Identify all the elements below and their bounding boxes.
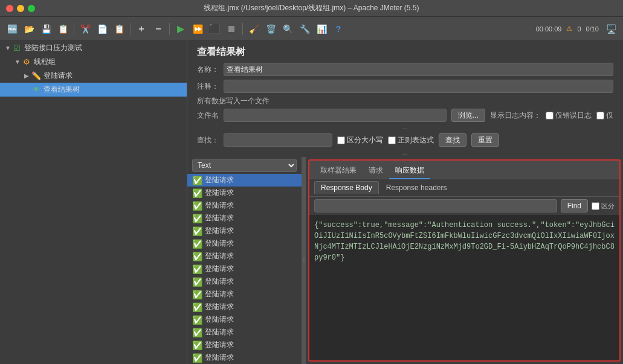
warning-icon: ⚠ <box>566 25 572 33</box>
test-plan-label: 登陆接口压力测试 <box>24 43 82 53</box>
list-item-label: 登陆请求 <box>205 213 234 223</box>
browse-button[interactable]: 浏览... <box>451 109 485 122</box>
sidebar-item-thread-group[interactable]: ▼ ⚙ 线程组 <box>0 55 187 69</box>
tab-request[interactable]: 请求 <box>363 163 389 179</box>
response-search-input[interactable] <box>314 199 557 212</box>
error-log-checkbox[interactable] <box>546 112 554 120</box>
list-item[interactable]: ✅ 登陆请求 <box>187 250 302 263</box>
regex-checkbox[interactable] <box>388 136 396 144</box>
run-no-pause-button[interactable]: ⏩ <box>190 22 205 36</box>
list-item[interactable]: ✅ 登陆请求 <box>187 263 302 275</box>
run-button[interactable]: ▶ <box>173 22 188 36</box>
find-button[interactable]: 查找 <box>439 133 466 147</box>
list-item-label: 登陆请求 <box>205 276 234 287</box>
new-button[interactable]: 🆕 <box>5 22 19 36</box>
check-icon: ✅ <box>192 201 202 211</box>
list-item-label: 登陆请求 <box>205 264 234 274</box>
name-input[interactable] <box>224 63 613 76</box>
list-item[interactable]: ✅ 登陆请求 <box>187 225 302 237</box>
success-log-checkbox[interactable] <box>596 112 604 120</box>
dots-divider-bottom: ... <box>187 148 623 157</box>
title-bar: 线程组.jmx (/Users/joel/Desktop/线程组.jmx) – … <box>0 0 623 17</box>
search-button[interactable]: 🔍 <box>280 22 295 36</box>
help-button[interactable]: ? <box>331 22 346 36</box>
main-tabs: 取样器结果 请求 响应数据 <box>309 161 619 179</box>
save-button[interactable]: 💾 <box>39 22 53 36</box>
list-item[interactable]: ✅ 登陆请求 <box>187 174 302 187</box>
sub-tab-response-headers[interactable]: Response headers <box>380 182 453 194</box>
sidebar-item-test-plan[interactable]: ▼ ☑ 登陆接口压力测试 <box>0 41 187 55</box>
check-icon: ✅ <box>192 328 202 337</box>
resize-handle[interactable]: ⋮ <box>302 157 306 364</box>
error-log-label: 仅错误日志 <box>555 110 592 121</box>
clear-button[interactable]: 🧹 <box>247 22 261 36</box>
templates-button[interactable]: 📊 <box>314 22 329 36</box>
list-panel: Text ✅ 登陆请求 ✅ 登陆请求 ✅ 登陆请求 ✅ 登陆请求 ✅ 登陆请求 … <box>187 157 302 364</box>
tab-response-data[interactable]: 响应数据 <box>389 163 430 179</box>
tab-sampler-result[interactable]: 取样器结果 <box>314 163 363 179</box>
remote-button[interactable]: 🖥️ <box>604 22 618 36</box>
list-item-label: 登陆请求 <box>205 200 234 211</box>
check-icon: ✅ <box>192 188 202 198</box>
minimize-button[interactable] <box>17 5 24 12</box>
result-panel: 取样器结果 请求 响应数据 Response Body Response <box>308 159 621 362</box>
list-item[interactable]: ✅ 登陆请求 <box>187 212 302 225</box>
response-case-option[interactable]: 区分 <box>592 202 615 211</box>
file-path-input[interactable] <box>224 109 447 122</box>
response-body: {"success":true,"message":"Authenticatio… <box>309 215 619 360</box>
sidebar-item-login-request[interactable]: ▶ ✏️ 登陆请求 <box>0 69 187 83</box>
sidebar: ▼ ☑ 登陆接口压力测试 ▼ ⚙ 线程组 ▶ ✏️ 登陆请求 ▶ 👁 查看结果树 <box>0 41 187 364</box>
copy-button[interactable]: 📄 <box>95 22 109 36</box>
clear-all-button[interactable]: 🗑️ <box>263 22 278 36</box>
stop-button[interactable]: ⬛ <box>207 22 222 36</box>
open-button[interactable]: 📂 <box>22 22 36 36</box>
error-log-option[interactable]: 仅错误日志 <box>546 110 592 121</box>
comment-row: 注释： <box>187 78 623 95</box>
response-find-button[interactable]: Find <box>561 199 588 212</box>
paste-button[interactable]: 📋 <box>112 22 126 36</box>
sub-tab-response-body[interactable]: Response Body <box>314 181 379 194</box>
success-log-option[interactable]: 仅 <box>596 110 613 121</box>
comment-input[interactable] <box>224 80 613 93</box>
sidebar-item-result-tree[interactable]: ▶ 👁 查看结果树 <box>0 83 187 97</box>
format-select[interactable]: Text <box>192 159 297 172</box>
reset-button[interactable]: 重置 <box>471 133 499 147</box>
list-item[interactable]: ✅ 登陆请求 <box>187 339 302 351</box>
function-button[interactable]: 🔧 <box>297 22 312 36</box>
file-label-text: 所有数据写入一个文件 <box>197 96 270 106</box>
shutdown-button[interactable]: ⏹ <box>224 22 239 36</box>
close-button[interactable] <box>6 5 13 12</box>
list-item[interactable]: ✅ 登陆请求 <box>187 301 302 313</box>
list-item-label: 登陆请求 <box>205 188 234 198</box>
response-case-checkbox[interactable] <box>592 202 599 210</box>
content-area: Text ✅ 登陆请求 ✅ 登陆请求 ✅ 登陆请求 ✅ 登陆请求 ✅ 登陆请求 … <box>187 157 623 364</box>
list-item[interactable]: ✅ 登陆请求 <box>187 275 302 288</box>
list-item[interactable]: ✅ 登陆请求 <box>187 351 302 364</box>
cut-button[interactable]: ✂️ <box>78 22 92 36</box>
check-icon: ✅ <box>192 264 202 274</box>
search-input[interactable] <box>224 133 332 147</box>
maximize-button[interactable] <box>28 5 35 12</box>
case-sensitive-checkbox[interactable] <box>337 136 345 144</box>
display-options: 显示日志内容： 仅错误日志 仅 <box>490 110 613 121</box>
case-sensitive-option[interactable]: 区分大小写 <box>337 135 383 145</box>
save-as-button[interactable]: 📋 <box>56 22 70 36</box>
list-item-label: 登陆请求 <box>205 327 234 337</box>
list-item-label: 登陆请求 <box>205 315 234 325</box>
regex-option[interactable]: 正则表达式 <box>388 135 434 145</box>
list-item[interactable]: ✅ 登陆请求 <box>187 237 302 250</box>
list-item[interactable]: ✅ 登陆请求 <box>187 288 302 301</box>
check-icon: ✅ <box>192 239 202 249</box>
dots-divider-top: ... <box>187 123 623 132</box>
list-item[interactable]: ✅ 登陆请求 <box>187 313 302 326</box>
add-button[interactable]: + <box>134 22 149 36</box>
search-row: 查找： 区分大小写 正则表达式 查找 重置 <box>187 132 623 148</box>
name-row: 名称： <box>187 61 623 78</box>
check-icon: ✅ <box>192 290 202 299</box>
remove-button[interactable]: − <box>151 22 166 36</box>
check-icon: ✅ <box>192 302 202 312</box>
list-item[interactable]: ✅ 登陆请求 <box>187 187 302 199</box>
list-item[interactable]: ✅ 登陆请求 <box>187 326 302 339</box>
list-item[interactable]: ✅ 登陆请求 <box>187 199 302 212</box>
case-sensitive-label: 区分大小写 <box>347 135 383 145</box>
